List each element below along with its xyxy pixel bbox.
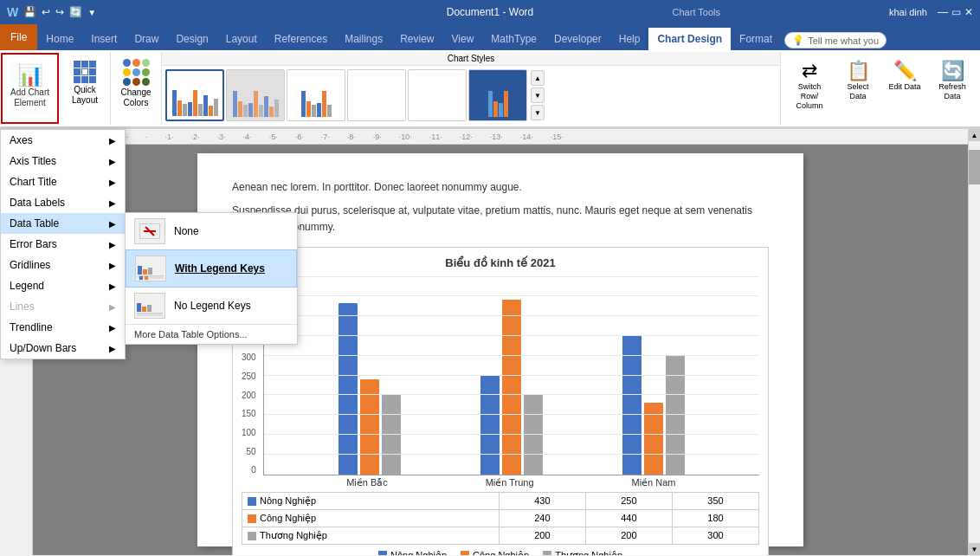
gallery-down-arrow[interactable]: ▼ [531,87,545,103]
add-chart-element-button[interactable]: 📊 Add Chart Element [6,56,54,115]
change-colors-button[interactable]: Change Colors [114,54,158,113]
bar-cong-nghiep-nam [644,403,663,475]
chart-tools-label: Chart Tools [673,7,720,17]
tab-help[interactable]: Help [610,28,649,50]
table-row-nong-nghiep: Nông Nghiệp 430 250 350 [242,492,759,509]
tab-references[interactable]: References [266,28,336,50]
tab-file[interactable]: File [0,24,37,50]
table-row-thuong-nghiep: Thương Nghiệp 200 200 300 [242,527,759,544]
dropdown-item-gridlines[interactable]: Gridlines▶ [1,255,125,275]
add-chart-element-dropdown: Axes▶ Axis Titles▶ Chart Title▶ Data Lab… [0,129,126,359]
restore-icon[interactable]: ▭ [951,6,961,18]
ribbon-tab-bar: File Home Insert Draw Design Layout Refe… [0,24,980,50]
dropdown-item-axes[interactable]: Axes▶ [1,130,125,151]
document-scroll-area[interactable]: Aenean nec lorem. In porttitor. Donec la… [33,145,968,555]
gallery-expand-arrow[interactable]: ▼ [531,105,545,120]
tab-draw[interactable]: Draw [126,28,167,50]
doc-text-1: Aenean nec lorem. In porttitor. Donec la… [232,179,769,196]
edit-data-button[interactable]: ✏️ Edit Data [883,55,926,96]
right-ribbon-group: ⇄ Switch Row/ Column 📋 Select Data ✏️ Ed… [781,52,980,125]
dropdown-item-data-labels[interactable]: Data Labels▶ [1,192,125,213]
vertical-scrollbar[interactable]: ▲ ▼ [968,129,980,555]
x-label-mien-nam: Miền Nam [632,477,676,488]
bar-group-mien-trung [480,300,543,475]
tab-mailings[interactable]: Mailings [336,28,391,50]
tell-me-box[interactable]: 💡 Tell me what you [784,32,887,48]
submenu-label-none: None [174,225,199,237]
chart-style-item-2[interactable] [226,69,285,121]
submenu-item-none[interactable]: None [126,213,297,249]
table-cell-nong-nghiep-label: Nông Nghiệp [242,492,500,509]
close-icon[interactable]: ✕ [964,6,973,18]
refresh-data-label: Refresh Data [934,82,970,101]
title-bar-left: W 💾 ↩ ↪ 🔄 ▼ Chart Tools [7,5,96,19]
dropdown-item-chart-title[interactable]: Chart Title▶ [1,171,125,192]
chart-style-item-5[interactable] [408,69,467,121]
select-data-icon: 📋 [847,60,870,82]
tab-layout[interactable]: Layout [217,28,266,50]
table-cell-thuong-nghiep-nam: 300 [672,527,758,544]
dropdown-item-data-table[interactable]: Data Table▶ None [1,213,125,234]
chart-legend: Nông Nghiệp Công Nghiệp Thương Nghiệp [242,550,759,555]
bar-cong-nghiep-trung [502,300,521,475]
ribbon: 📊 Add Chart Element Quick Layout [0,50,980,129]
bar-nong-nghiep-nam [622,335,642,475]
data-table: Nông Nghiệp 430 250 350 Công Nghiệp 240 … [242,492,759,545]
quick-layout-group: Quick Layout [60,52,111,125]
data-table-submenu: None With Legend Keys [125,212,298,345]
tab-home[interactable]: Home [37,28,82,50]
submenu-label-no-legend: No Legend Keys [174,300,251,312]
x-label-mien-trung: Miền Trung [486,477,534,488]
chart-style-item-4[interactable] [347,69,406,121]
switch-row-column-button[interactable]: ⇄ Switch Row/ Column [786,55,833,114]
tab-design[interactable]: Design [167,28,216,50]
tab-view[interactable]: View [443,28,483,50]
submenu-label-with-legend: With Legend Keys [175,262,265,275]
bar-group-mien-nam [622,335,685,475]
legend-color-cong-nghiep [248,514,256,523]
tab-chart-design[interactable]: Chart Design [648,28,731,50]
save-icon[interactable]: 💾 [23,6,36,18]
chart-style-item-1[interactable] [165,69,224,121]
dropdown-item-lines: Lines▶ [1,296,125,317]
x-axis-labels: Miền Bắc Miền Trung Miền Nam [263,475,759,488]
gallery-arrows: ▲ ▼ ▼ [531,70,545,120]
chart-style-item-3[interactable] [287,69,345,121]
submenu-item-with-legend-keys[interactable]: With Legend Keys [126,249,297,288]
scroll-thumb[interactable] [969,150,980,184]
chart-style-item-6[interactable] [468,69,527,121]
quick-layout-button[interactable]: Quick Layout [63,54,106,113]
submenu-item-no-legend-keys[interactable]: No Legend Keys [126,288,297,324]
gallery-up-arrow[interactable]: ▲ [531,70,545,86]
document-title: Document1 - Word [447,6,533,18]
refresh-data-button[interactable]: 🔄 Refresh Data [930,55,975,106]
title-bar-right: khai dinh — ▭ ✕ [889,6,973,18]
lightbulb-icon: 💡 [792,35,804,46]
select-data-label: Select Data [841,82,875,101]
add-chart-element-icon: 📊 [17,63,43,87]
scroll-down-button[interactable]: ▼ [969,543,980,555]
undo-icon[interactable]: ↩ [42,6,50,18]
tab-developer[interactable]: Developer [545,28,610,50]
repeat-icon[interactable]: 🔄 [69,6,82,18]
tab-insert[interactable]: Insert [82,28,126,50]
dropdown-item-trendline[interactable]: Trendline▶ [1,317,125,338]
tab-review[interactable]: Review [391,28,442,50]
bar-thuong-nghiep-trung [524,395,543,475]
customize-icon[interactable]: ▼ [87,8,96,17]
bar-nong-nghiep-bac [338,303,358,475]
tab-mathtype[interactable]: MathType [482,28,545,50]
submenu-more-options[interactable]: More Data Table Options... [126,324,297,344]
scroll-up-button[interactable]: ▲ [969,129,980,141]
table-cell-cong-nghiep-bac: 240 [499,509,585,527]
redo-icon[interactable]: ↪ [55,6,64,18]
table-row-cong-nghiep: Công Nghiệp 240 440 180 [242,509,759,527]
dropdown-item-updown-bars[interactable]: Up/Down Bars▶ [1,338,125,359]
minimize-icon[interactable]: — [938,6,948,18]
select-data-button[interactable]: 📋 Select Data [836,55,880,106]
dropdown-item-error-bars[interactable]: Error Bars▶ [1,234,125,255]
dropdown-item-axis-titles[interactable]: Axis Titles▶ [1,151,125,171]
dropdown-item-legend[interactable]: Legend▶ [1,275,125,296]
change-colors-group: Change Colors [111,52,162,125]
tab-format[interactable]: Format [731,28,781,50]
